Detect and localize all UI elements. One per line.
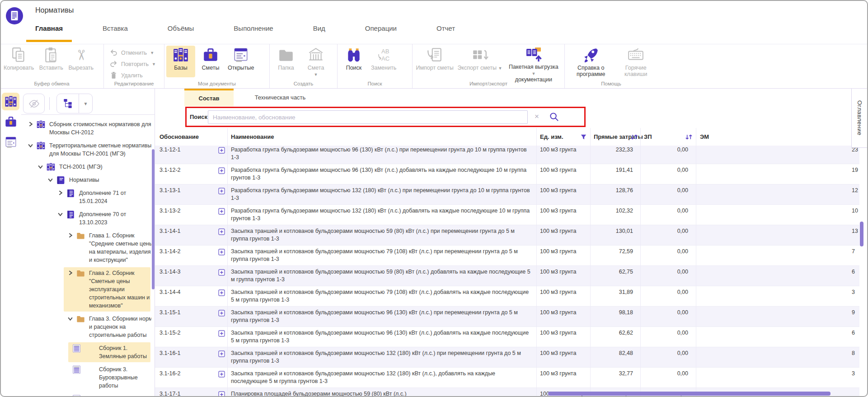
clear-search-icon[interactable]: × [533, 112, 541, 121]
sort-icon[interactable] [685, 134, 693, 140]
table-row-3.1-12-1[interactable]: 3.1-12-1Разработка грунта бульдозерами м… [155, 146, 859, 164]
chevron-right-icon[interactable] [67, 270, 73, 276]
tree-view-dropdown[interactable]: ▼ [79, 94, 92, 113]
plus-box-icon[interactable] [218, 167, 225, 174]
plus-box-icon[interactable] [218, 249, 225, 255]
plus-box-icon[interactable] [218, 371, 225, 378]
rail-item-opened-docs[interactable] [2, 133, 19, 151]
button-папка[interactable]: Папка [272, 46, 300, 77]
tab-техническая-часть[interactable]: Техническая часть [247, 89, 313, 106]
button-удалить[interactable]: Удалить [109, 71, 164, 80]
column-header-зп[interactable]: ЗП [644, 133, 652, 140]
table-row-3.1-15-1[interactable]: 3.1-15-1Засыпка траншей и котлованов бул… [155, 307, 859, 327]
search-input[interactable] [208, 110, 528, 124]
plus-box-icon[interactable] [218, 330, 225, 337]
plus-box-icon[interactable] [218, 188, 225, 194]
plus-box-icon[interactable] [218, 310, 225, 317]
table-row-3.1-14-1[interactable]: 3.1-14-1Засыпка траншей и котлованов бул… [155, 225, 859, 246]
button-вырезать[interactable]: ✂Вырезать [66, 46, 95, 77]
plus-box-icon[interactable] [218, 350, 225, 357]
table-row-3.1-14-3[interactable]: 3.1-14-3Засыпка траншей и котлованов бул… [155, 266, 859, 286]
button-смета[interactable]: Смета▼ [301, 46, 330, 77]
search-icon[interactable] [549, 112, 559, 122]
tree-item-глава-2-сборник-сметные-цены-эксплуатаци[interactable]: Глава 2. Сборник "Сметные цены эксплуата… [21, 269, 151, 310]
tree-item-глава-1-сборник-средние-сметные-цены-на-[interactable]: Глава 1. Сборник "Средние сметные цены н… [21, 232, 151, 264]
row-name: Разработка грунта бульдозерами мощностью… [231, 146, 531, 162]
table-row-3.1-12-2[interactable]: 3.1-12-2Разработка грунта бульдозерами м… [155, 164, 859, 184]
tree-item-глава-3-сборники-норм-и-расценок-на-стро[interactable]: Глава 3. Сборники норм и расценок на стр… [21, 315, 151, 339]
button-базы[interactable]: Базы [166, 46, 195, 77]
ribbon-tab-операции[interactable]: Операции [362, 23, 399, 42]
ribbon-tab-главная[interactable]: Главная [33, 23, 66, 42]
column-header-обоснование[interactable]: Обоснование [160, 133, 199, 140]
button-горячие-клавиши[interactable]: Горячие клавиши [616, 46, 656, 77]
rail-item-briefcase[interactable] [2, 113, 19, 131]
table-row-3.1-16-2[interactable]: 3.1-16-2Засыпка траншей и котлованов бул… [155, 368, 859, 388]
table-row-3.1-16-1[interactable]: 3.1-16-1Засыпка траншей и котлованов бул… [155, 347, 859, 368]
button-импорт-сметы[interactable]: Импорт сметы [414, 46, 455, 77]
ribbon-tab-отчет[interactable]: Отчет [434, 23, 458, 42]
books-icon [36, 120, 46, 129]
plus-box-icon[interactable] [218, 289, 225, 296]
button-копировать[interactable]: Копировать [2, 46, 36, 77]
tree-item-тсн-2001-мгэ[interactable]: ТСН-2001 (МГЭ) [21, 163, 151, 171]
dropdown-arrow-icon[interactable]: ▼ [150, 51, 154, 55]
ribbon-tab-вставка[interactable]: Вставка [100, 23, 131, 42]
plus-box-icon[interactable] [218, 147, 225, 154]
chevron-right-icon[interactable] [57, 190, 63, 196]
tab-состав[interactable]: Состав [184, 89, 234, 106]
ribbon-tab-выполнение[interactable]: Выполнение [231, 23, 276, 42]
tree-item-дополнение-71-от-15-01-2024[interactable]: Дополнение 71 от 15.01.2024 [21, 189, 151, 205]
plus-box-icon[interactable] [218, 228, 225, 235]
chevron-right-icon[interactable] [28, 121, 33, 127]
plus-box-icon[interactable] [218, 208, 225, 215]
button-поиск[interactable]: Поиск [339, 46, 368, 77]
tree-item-сборник-4-скважины[interactable]: Сборник 4. Скважины [21, 395, 151, 397]
chevron-right-icon[interactable] [67, 232, 73, 238]
tree-scrollbar-thumb[interactable] [152, 149, 155, 289]
table-row-3.1-14-2[interactable]: 3.1-14-2Засыпка траншей и котлованов бул… [155, 246, 859, 266]
table-row-3.1-13-2[interactable]: 3.1-13-2Разработка грунта бульдозерами м… [155, 205, 859, 225]
column-header-эм[interactable]: ЭМ [700, 133, 709, 140]
table-row-3.1-13-1[interactable]: 3.1-13-1Разработка грунта бульдозерами м… [155, 184, 859, 205]
hide-panel-button[interactable] [23, 94, 45, 113]
table-row-3.1-15-2[interactable]: 3.1-15-2Засыпка траншей и котлованов бул… [155, 327, 859, 347]
dropdown-arrow-icon[interactable]: ▼ [152, 62, 156, 66]
button-отменить[interactable]: Отменить▼ [109, 48, 164, 57]
button-пакетная-выгрузка-документации[interactable]: Пакетная выгрузка ▼документации [505, 46, 563, 77]
chevron-down-icon[interactable] [47, 177, 53, 183]
tree-item-сборник-3-буровзрывные-работы[interactable]: Сборник 3. Буровзрывные работы [21, 365, 151, 390]
ribbon-tab-вид[interactable]: Вид [310, 23, 328, 42]
sort-icon[interactable] [630, 134, 638, 140]
horizontal-scrollbar-thumb[interactable] [548, 392, 830, 396]
plus-box-icon[interactable] [218, 391, 225, 397]
tree-item-дополнение-70-от-13-10-2023[interactable]: Дополнение 70 от 13.10.2023 [21, 210, 151, 227]
column-header-наименование[interactable]: Наименование [231, 133, 274, 140]
rail-item-bases[interactable] [2, 93, 19, 110]
tree-view-mode-button[interactable]: ▼ [56, 94, 93, 113]
tree-item-сборник-стоимостных-нормативов-для-москв[interactable]: Сборник стоимостных нормативов для Москв… [21, 120, 151, 137]
table-row-3.1-14-4[interactable]: 3.1-14-4Засыпка траншей и котлованов бул… [155, 286, 859, 307]
button-открытые[interactable]: Открытые [226, 46, 256, 77]
chevron-down-icon[interactable] [38, 164, 43, 170]
tree-item-сборник-1-земляные-работы[interactable]: Сборник 1. Земляные работы [21, 344, 151, 360]
tree-item-нормативы[interactable]: Нормативы [21, 176, 151, 184]
toolbar-separator [49, 97, 50, 110]
tree-item-территориальные-сметные-нормативы-для-мо[interactable]: Территориальные сметные нормативы для Мо… [21, 142, 151, 158]
vertical-scrollbar-thumb[interactable] [860, 222, 863, 246]
chevron-down-icon[interactable] [67, 316, 73, 321]
doc-icon [66, 189, 75, 198]
button-справка-о-программе[interactable]: Справка о программе [567, 46, 615, 77]
column-header-ед-изм[interactable]: Ед. изм. [540, 133, 563, 140]
chevron-down-icon[interactable] [57, 211, 63, 217]
button-экспорт-сметы[interactable]: Экспорт сметы ▼ [456, 46, 504, 77]
button-сметы[interactable]: Сметы [196, 46, 225, 77]
button-заменить[interactable]: ABACЗаменить [369, 46, 398, 77]
side-tab-contents[interactable]: Оглавление [851, 89, 867, 148]
button-повторить[interactable]: Повторить▼ [109, 60, 164, 68]
button-вставить[interactable]: Вставить [37, 46, 66, 77]
filter-icon[interactable] [580, 134, 587, 140]
ribbon-tab-объёмы[interactable]: Объёмы [165, 23, 197, 42]
plus-box-icon[interactable] [218, 269, 225, 276]
chevron-down-icon[interactable] [28, 142, 33, 148]
